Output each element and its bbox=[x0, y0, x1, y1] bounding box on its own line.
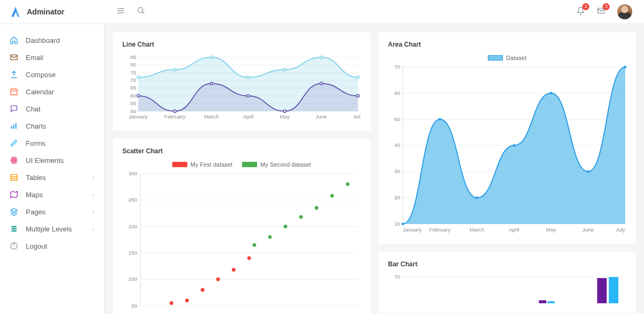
svg-point-85 bbox=[299, 215, 303, 219]
svg-point-86 bbox=[314, 206, 318, 210]
svg-text:April: April bbox=[243, 114, 253, 119]
svg-point-77 bbox=[185, 299, 189, 303]
atom-icon bbox=[10, 156, 18, 165]
svg-point-114 bbox=[513, 144, 515, 147]
search-icon[interactable] bbox=[137, 6, 145, 17]
brand[interactable]: Adminator bbox=[0, 6, 105, 18]
sidebar-item-tables[interactable]: Tables › bbox=[0, 169, 104, 186]
bar-chart-card: Bar Chart 70 bbox=[378, 252, 636, 313]
svg-text:50: 50 bbox=[394, 116, 400, 122]
svg-text:65: 65 bbox=[130, 85, 136, 91]
chevron-right-icon: › bbox=[92, 208, 94, 215]
svg-text:60: 60 bbox=[394, 90, 400, 96]
svg-text:80: 80 bbox=[130, 62, 136, 68]
svg-text:200: 200 bbox=[128, 223, 137, 229]
svg-point-111 bbox=[401, 222, 404, 225]
sidebar-item-logout[interactable]: Logout bbox=[0, 237, 104, 255]
svg-point-55 bbox=[357, 76, 360, 79]
svg-text:70: 70 bbox=[394, 64, 400, 70]
svg-rect-123 bbox=[547, 301, 555, 303]
area-chart-card: Area Chart Dataset 10203040506070January… bbox=[378, 32, 636, 244]
svg-point-88 bbox=[346, 183, 349, 186]
svg-point-83 bbox=[268, 235, 272, 239]
sidebar-item-pages[interactable]: Pages › bbox=[0, 203, 104, 220]
svg-text:April: April bbox=[509, 227, 519, 233]
sidebar-item-email[interactable]: Email bbox=[0, 49, 104, 66]
svg-text:40: 40 bbox=[394, 142, 400, 148]
svg-text:70: 70 bbox=[130, 77, 136, 83]
svg-point-82 bbox=[253, 243, 257, 247]
svg-text:50: 50 bbox=[131, 303, 137, 309]
area-legend: Dataset bbox=[388, 55, 626, 61]
menu-toggle-icon[interactable] bbox=[116, 6, 125, 17]
sidebar-item-label: Chat bbox=[26, 105, 40, 113]
sidebar: Dashboard Email Compose Calendar Chat Ch… bbox=[0, 24, 105, 314]
svg-text:February: February bbox=[164, 114, 186, 119]
scatter-chart: 50100150200250300 bbox=[122, 171, 361, 309]
scatter-chart-card: Scatter Chart My First dataset My Second… bbox=[113, 139, 370, 314]
svg-text:January: January bbox=[403, 227, 422, 233]
avatar[interactable] bbox=[617, 4, 632, 19]
svg-point-59 bbox=[247, 94, 250, 97]
svg-rect-11 bbox=[11, 126, 12, 129]
area-chart: 10203040506070JanuaryFebruaryMarchAprilM… bbox=[388, 64, 626, 234]
pencil-icon bbox=[10, 139, 18, 147]
card-title: Line Chart bbox=[122, 41, 361, 48]
bars-icon bbox=[10, 122, 18, 130]
svg-text:150: 150 bbox=[128, 250, 137, 256]
sidebar-item-forms[interactable]: Forms bbox=[0, 134, 104, 152]
sidebar-item-label: Tables bbox=[26, 174, 46, 182]
svg-point-57 bbox=[173, 110, 176, 113]
svg-point-50 bbox=[173, 68, 176, 71]
sidebar-item-charts[interactable]: Charts bbox=[0, 117, 104, 134]
table-icon bbox=[10, 173, 18, 182]
legend-label: Dataset bbox=[506, 55, 526, 61]
svg-text:May: May bbox=[280, 114, 290, 119]
svg-point-78 bbox=[201, 288, 204, 292]
chat-icon bbox=[10, 104, 18, 113]
power-icon bbox=[10, 242, 18, 250]
sidebar-item-label: Forms bbox=[26, 139, 46, 147]
svg-rect-121 bbox=[609, 277, 618, 303]
notifications-icon[interactable]: 3 bbox=[576, 6, 585, 17]
chevron-right-icon: › bbox=[92, 226, 94, 232]
sidebar-item-dashboard[interactable]: Dashboard bbox=[0, 32, 104, 49]
legend-label: My First dataset bbox=[191, 161, 232, 168]
sidebar-item-ui-elements[interactable]: UI Elements bbox=[0, 152, 104, 169]
svg-rect-18 bbox=[11, 175, 17, 181]
svg-text:July: July bbox=[616, 227, 625, 233]
svg-text:55: 55 bbox=[130, 100, 136, 106]
sidebar-item-chat[interactable]: Chat bbox=[0, 100, 104, 117]
brand-name: Adminator bbox=[27, 8, 64, 16]
card-title: Bar Chart bbox=[388, 260, 626, 268]
svg-text:85: 85 bbox=[130, 55, 136, 60]
svg-point-56 bbox=[137, 94, 140, 97]
layers-icon bbox=[10, 207, 18, 216]
sidebar-item-calendar[interactable]: Calendar bbox=[0, 83, 104, 100]
legend-label: My Second dataset bbox=[260, 161, 311, 168]
sidebar-item-multiple-levels[interactable]: Multiple Levels › bbox=[0, 220, 104, 237]
svg-text:300: 300 bbox=[128, 171, 137, 176]
svg-point-81 bbox=[247, 257, 251, 260]
calendar-icon bbox=[10, 87, 18, 96]
svg-text:10: 10 bbox=[394, 221, 400, 227]
svg-point-61 bbox=[320, 82, 323, 85]
svg-point-113 bbox=[475, 197, 478, 199]
svg-point-49 bbox=[137, 76, 140, 79]
scatter-legend: My First dataset My Second dataset bbox=[122, 161, 361, 168]
sidebar-item-label: Pages bbox=[26, 208, 46, 216]
sidebar-item-label: Logout bbox=[26, 242, 47, 250]
svg-text:June: June bbox=[316, 114, 327, 119]
svg-point-116 bbox=[587, 170, 589, 173]
line-chart: 5055606570758085JanuaryFebruaryMarchApri… bbox=[122, 55, 361, 121]
mail-icon[interactable]: 3 bbox=[597, 6, 605, 17]
map-icon bbox=[10, 190, 18, 199]
svg-point-52 bbox=[247, 76, 250, 79]
svg-text:75: 75 bbox=[130, 70, 136, 76]
svg-text:30: 30 bbox=[394, 168, 400, 174]
sidebar-item-compose[interactable]: Compose bbox=[0, 66, 104, 83]
svg-point-60 bbox=[283, 110, 286, 113]
svg-text:20: 20 bbox=[394, 195, 400, 200]
sidebar-item-maps[interactable]: Maps › bbox=[0, 186, 104, 203]
mail-badge: 3 bbox=[603, 3, 610, 10]
